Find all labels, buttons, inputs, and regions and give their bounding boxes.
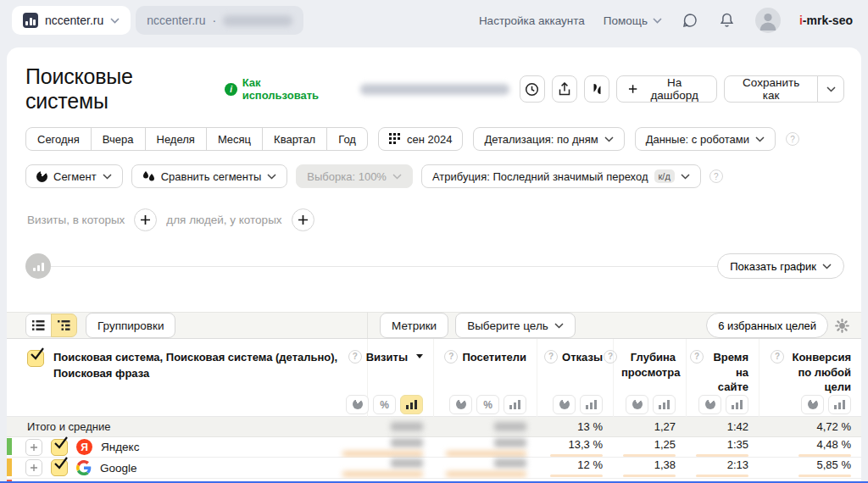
favorite-goals-button[interactable]: 6 избранных целей	[706, 313, 828, 338]
chevron-down-icon	[110, 18, 120, 24]
chevron-down-icon	[103, 174, 112, 180]
add-visit-filter-button[interactable]	[134, 208, 157, 231]
table-row-google[interactable]: Google 12 % 1,38 2:13 5,85 %	[7, 458, 861, 478]
how-to-use-link[interactable]: i Как использовать	[225, 76, 335, 102]
sampling-dropdown[interactable]: Выборка: 100%	[296, 164, 413, 188]
cell-bar	[696, 454, 748, 457]
table-row-yandex[interactable]: Я Яндекс 13,3 % 1,25 1:35 4,48 %	[7, 437, 861, 458]
show-chart-button[interactable]: Показать график	[717, 253, 844, 279]
preset-month[interactable]: Месяц	[206, 127, 263, 151]
data-mode-dropdown[interactable]: Данные: с роботами	[635, 127, 776, 151]
save-as-button[interactable]: Сохранить как	[724, 75, 819, 103]
preset-yesterday[interactable]: Вчера	[91, 127, 146, 151]
totals-bounces: 13 %	[577, 420, 603, 433]
cell-bounces: 12 %	[577, 458, 603, 471]
expand-row-button[interactable]	[25, 439, 42, 456]
preset-year[interactable]: Год	[326, 127, 368, 151]
preset-today[interactable]: Сегодня	[25, 127, 92, 151]
add-people-filter-button[interactable]	[292, 208, 314, 231]
visitors-percent-chip[interactable]	[476, 395, 499, 414]
select-all-checkbox[interactable]	[27, 350, 44, 367]
chevron-down-icon	[554, 323, 564, 329]
visits-pie-chip[interactable]	[346, 395, 369, 414]
help-icon[interactable]	[544, 350, 558, 364]
conversion-pie-chip[interactable]	[801, 395, 824, 414]
chevron-down-icon	[604, 136, 614, 142]
help-icon[interactable]	[771, 350, 784, 364]
report-card: Поисковые системы i Как использовать На …	[7, 47, 861, 483]
help-menu[interactable]: Помощь	[604, 14, 662, 27]
preset-week[interactable]: Неделя	[145, 127, 207, 151]
row-checkbox[interactable]	[51, 439, 68, 456]
comments-icon	[590, 83, 604, 95]
plus-icon	[30, 464, 38, 472]
row-checkbox[interactable]	[51, 459, 68, 476]
metrics-button[interactable]: Метрики	[380, 313, 448, 338]
chevron-down-icon	[755, 136, 765, 142]
conversion-bars-chip[interactable]	[828, 395, 851, 414]
add-to-dashboard-button[interactable]: На дашборд	[616, 75, 717, 103]
depth-bars-chip[interactable]	[653, 395, 676, 414]
choose-goal-dropdown[interactable]: Выберите цель	[455, 313, 576, 338]
redacted-visitors-total	[494, 422, 526, 431]
visitors-pie-chip[interactable]	[449, 395, 472, 414]
account-settings-link[interactable]: Настройка аккаунта	[479, 14, 585, 27]
calendar-button[interactable]: сен 2024	[378, 127, 463, 151]
username[interactable]: i-mrk-seo	[799, 14, 853, 27]
sort-desc-icon	[416, 354, 423, 358]
help-icon[interactable]	[690, 350, 704, 364]
bounces-bars-chip[interactable]	[580, 395, 603, 414]
bell-icon[interactable]	[718, 11, 737, 30]
redacted-bar	[446, 471, 526, 477]
plus-icon	[628, 84, 637, 94]
avatar[interactable]	[755, 8, 781, 33]
cell-bounces: 13,3 %	[569, 438, 603, 451]
save-as-dropdown-button[interactable]	[817, 75, 844, 103]
attribution-dropdown[interactable]: Атрибуция: Последний значимый переход к/…	[421, 164, 701, 188]
row-indicator	[7, 458, 12, 475]
time-pie-chip[interactable]	[698, 395, 721, 414]
redacted-visitors	[494, 458, 526, 468]
pie-icon	[353, 399, 363, 409]
counter-tab-active[interactable]: nccenter.ru	[12, 6, 131, 35]
help-icon[interactable]	[444, 350, 458, 364]
divider	[51, 266, 717, 267]
cell-bar	[550, 454, 603, 457]
help-icon[interactable]	[786, 132, 799, 146]
row-label[interactable]: Google	[100, 462, 137, 475]
chevron-down-icon	[392, 174, 402, 180]
visitors-bars-chip[interactable]	[504, 395, 526, 414]
bounces-pie-chip[interactable]	[553, 395, 576, 414]
history-button[interactable]	[520, 75, 545, 103]
detalization-dropdown[interactable]: Детализация: по дням	[473, 127, 624, 151]
counter-tab-secondary[interactable]: nccenter.ru ·	[136, 6, 303, 35]
help-icon[interactable]	[604, 350, 617, 364]
metrika-logo-icon	[23, 13, 38, 28]
redacted-report-meta	[360, 84, 509, 95]
time-bars-chip[interactable]	[726, 395, 748, 414]
visits-percent-chip[interactable]	[373, 395, 396, 414]
export-button[interactable]	[552, 75, 577, 103]
plus-icon	[298, 214, 309, 225]
gear-icon[interactable]	[835, 319, 849, 333]
help-icon[interactable]	[709, 169, 723, 183]
groupings-button[interactable]: Группировки	[86, 313, 175, 338]
compare-segments-dropdown[interactable]: Сравнить сегменты	[131, 164, 288, 188]
list-view-toggle[interactable]	[25, 314, 52, 337]
expand-row-button[interactable]	[25, 459, 42, 476]
chart-collapsed-icon[interactable]	[25, 253, 51, 279]
tree-view-toggle[interactable]	[51, 314, 77, 337]
preset-quarter[interactable]: Квартал	[262, 127, 327, 151]
depth-pie-chip[interactable]	[626, 395, 648, 414]
row-label[interactable]: Яндекс	[101, 441, 139, 453]
visits-bars-chip[interactable]	[400, 395, 423, 414]
cell-bar	[550, 475, 603, 477]
help-icon[interactable]	[348, 350, 362, 364]
check-icon	[53, 436, 69, 450]
pie-icon	[632, 399, 643, 409]
bars-icon	[586, 400, 597, 409]
comments-button[interactable]	[584, 75, 609, 103]
totals-conversion: 4,72 %	[817, 420, 851, 433]
segment-dropdown[interactable]: Сегмент	[25, 164, 123, 188]
chat-icon[interactable]	[681, 11, 699, 30]
